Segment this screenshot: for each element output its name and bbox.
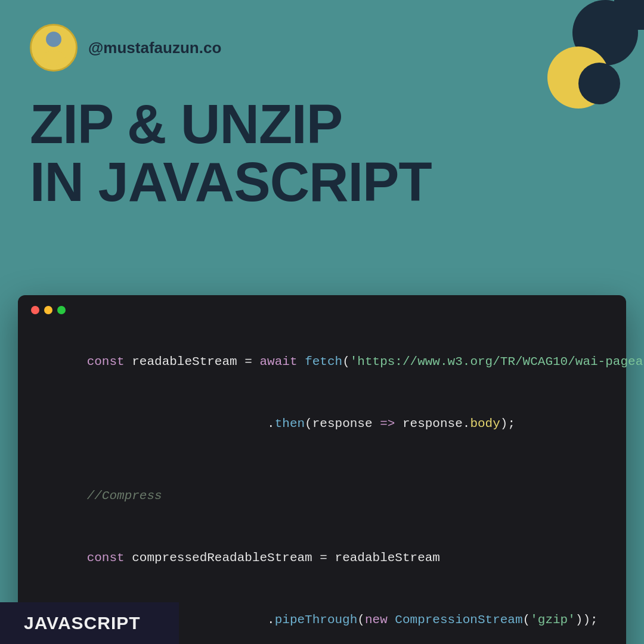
page-title: ZIP & UNZIP IN JAVASCRIPT	[30, 95, 432, 210]
title-line1: ZIP & UNZIP	[30, 95, 432, 153]
svg-rect-3	[614, 0, 644, 30]
code-window: const readableStream = await fetch('http…	[18, 295, 626, 644]
close-dot[interactable]	[31, 306, 39, 314]
code-body: const readableStream = await fetch('http…	[18, 325, 626, 644]
code-line-3: const compressedReadableStream = readabl…	[42, 528, 602, 590]
svg-point-5	[46, 32, 61, 47]
decorative-shapes	[513, 0, 644, 131]
title-line2: IN JAVASCRIPT	[30, 153, 432, 211]
username: @mustafauzun.co	[88, 39, 221, 57]
avatar	[30, 24, 78, 72]
code-comment-compress: //Compress	[42, 466, 602, 528]
maximize-dot[interactable]	[57, 306, 66, 314]
window-titlebar	[18, 295, 626, 325]
header: @mustafauzun.co	[30, 24, 221, 72]
blank-1	[42, 455, 602, 466]
svg-point-2	[578, 63, 620, 104]
bottom-bar: JAVASCRIPT	[0, 602, 179, 644]
minimize-dot[interactable]	[44, 306, 52, 314]
svg-point-7	[43, 50, 65, 66]
code-line-2: .then(response => response.body);	[42, 393, 602, 455]
code-line-1: const readableStream = await fetch('http…	[42, 331, 602, 393]
bottom-label: JAVASCRIPT	[24, 613, 141, 633]
